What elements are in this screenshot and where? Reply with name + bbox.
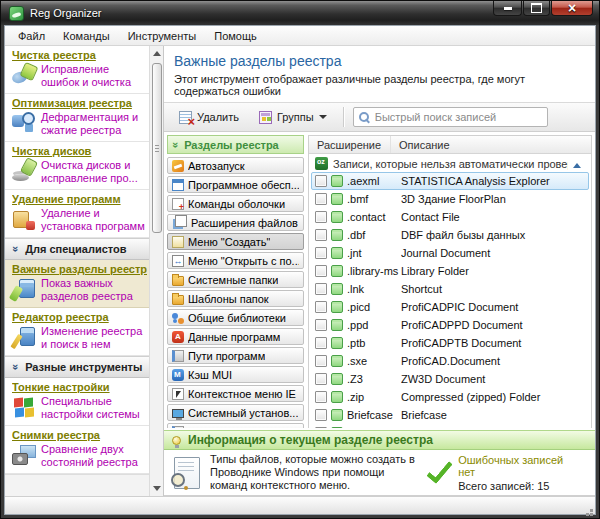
maximize-button[interactable] (523, 1, 550, 16)
menu-commands[interactable]: Команды (54, 28, 119, 44)
section-item-new-menu[interactable]: Меню "Создать" (167, 233, 304, 250)
table-row[interactable]: .aexmlSTATISTICA Analysis Explorer (311, 172, 589, 190)
sidebar-item-title[interactable]: Удаление программ (12, 193, 147, 205)
section-item-system-folders[interactable]: Системные папки (167, 271, 304, 288)
resize-grip[interactable] (590, 509, 593, 512)
sidebar-item-desc[interactable]: Сравнение двух состояний реестра (41, 443, 145, 469)
sidebar-item-disk-cleanup[interactable]: Чистка дисков Очистка дисков и исправлен… (5, 142, 149, 190)
section-item-shell-commands[interactable]: Команды оболочки (167, 195, 304, 212)
dropdown-arrow-icon[interactable] (319, 115, 327, 123)
table-row[interactable]: .ptbProfiCADPTB Document (311, 334, 589, 352)
row-checkbox[interactable] (315, 391, 327, 403)
table-row[interactable]: .contactContact File (311, 208, 589, 226)
section-item-mui-cache[interactable]: Кэш MUI (167, 366, 304, 383)
row-checkbox[interactable] (315, 319, 327, 331)
table-group-row[interactable]: Записи, которые нельзя автоматически про… (311, 155, 589, 172)
sidebar-group-specialists[interactable]: » Для специалистов (5, 238, 149, 260)
section-item-system-installer[interactable]: Системный установ... (167, 404, 304, 421)
table-row[interactable]: .ppdProfiCADPPD Document (311, 316, 589, 334)
sidebar-item-desc[interactable]: Исправление ошибок и очистка (41, 63, 145, 89)
section-item-app-data[interactable]: Данные программ (167, 328, 304, 345)
menu-tools[interactable]: Инструменты (119, 28, 206, 44)
registry-sections-header[interactable]: » Разделы реестра (167, 135, 304, 154)
row-checkbox[interactable] (315, 373, 327, 385)
sidebar-item-desc[interactable]: Показ важных разделов реестра (41, 277, 145, 303)
sidebar-item-title[interactable]: Чистка реестра (12, 49, 147, 61)
sidebar-item-desc[interactable]: Очистка дисков и исправление про... (41, 159, 145, 185)
section-item-autorun[interactable]: Автозапуск (167, 157, 304, 174)
delete-button[interactable]: Удалить (172, 107, 246, 128)
menu-file[interactable]: Файл (9, 28, 54, 44)
close-button[interactable] (551, 1, 593, 16)
disk-cleanup-icon (12, 159, 36, 183)
sidebar-group-misc-tools[interactable]: » Разные инструменты (5, 356, 149, 378)
sidebar-item-registry-editor[interactable]: Редактор реестра Изменение реестра и пои… (5, 308, 149, 356)
minimize-button[interactable] (493, 1, 522, 16)
groups-button[interactable]: Группы (252, 107, 334, 128)
row-checkbox[interactable] (315, 247, 327, 259)
section-item-folder-templates[interactable]: Шаблоны папок (167, 290, 304, 307)
section-item-ie-context-menu[interactable]: Контекстное меню IE (167, 385, 304, 402)
row-checkbox[interactable] (315, 337, 327, 349)
sidebar-item-desc[interactable]: Дефрагментация и сжатие реестра (41, 111, 145, 137)
row-checkbox[interactable] (315, 211, 327, 223)
section-item-app-paths[interactable]: Пути программ (167, 347, 304, 364)
row-checkbox[interactable] (315, 427, 327, 428)
scrollbar-thumb[interactable] (152, 63, 162, 233)
section-item-file-extensions[interactable]: Расширения файлов (167, 214, 304, 231)
collapse-arrow-icon[interactable] (573, 159, 581, 168)
section-item-shared-libraries[interactable]: Общие библиотеки (167, 309, 304, 326)
sidebar-item-title[interactable]: Важные разделы реестра (12, 263, 147, 275)
column-header-description[interactable]: Описание (391, 139, 591, 151)
software-icon (172, 179, 184, 191)
section-item-software[interactable]: Программное обесп... (167, 176, 304, 193)
search-input[interactable] (375, 111, 542, 123)
search-box[interactable] (353, 107, 548, 127)
registry-snapshots-icon (12, 443, 36, 467)
table-row[interactable]: .bmf3D Здание FloorPlan (311, 190, 589, 208)
sidebar-item-uninstall-programs[interactable]: Удаление программ Удаление и установка п… (5, 190, 149, 238)
sidebar-item-registry-cleanup[interactable]: Чистка реестра Исправление ошибок и очис… (5, 46, 149, 94)
row-checkbox[interactable] (315, 355, 327, 367)
table-row[interactable]: .library-msLibrary Folder (311, 262, 589, 280)
table-row[interactable]: .zipCompressed (zipped) Folder (311, 388, 589, 406)
sidebar-item-title[interactable]: Тонкие настройки (12, 381, 147, 393)
row-checkbox[interactable] (315, 265, 327, 277)
sidebar-item-title[interactable]: Оптимизация реестра (12, 97, 147, 109)
sidebar-item-desc[interactable]: Удаление и установка программ (41, 207, 145, 233)
sidebar-item-registry-snapshots[interactable]: Снимки реестра Сравнение двух состояний … (5, 426, 149, 474)
scroll-down-icon[interactable] (153, 486, 161, 491)
row-checkbox[interactable] (315, 193, 327, 205)
row-checkbox[interactable] (315, 409, 327, 421)
row-checkbox[interactable] (315, 301, 327, 313)
sidebar-item-important-sections[interactable]: Важные разделы реестра Показ важных разд… (5, 260, 149, 308)
scroll-up-icon[interactable] (153, 51, 161, 56)
sidebar-item-fine-tuning[interactable]: Тонкие настройки Специальные настройки с… (5, 378, 149, 426)
column-header-extension[interactable]: Расширение (309, 136, 391, 153)
section-item-registered-apps[interactable]: Зарегистрированные... (167, 423, 304, 428)
table-row[interactable]: .lnkShortcut (311, 280, 589, 298)
menu-bar: Файл Команды Инструменты Помощь (5, 26, 595, 46)
sidebar-item-title[interactable]: Чистка дисков (12, 145, 147, 157)
sidebar-item-desc[interactable]: Специальные настройки системы (41, 395, 145, 421)
row-checkbox[interactable] (315, 283, 327, 295)
table-row[interactable]: BriefcaseBriefcase (311, 406, 589, 424)
row-checkbox[interactable] (315, 229, 327, 241)
table-row[interactable]: .sxeProfiCAD.Document (311, 352, 589, 370)
file-type-icon (331, 229, 343, 241)
table-row[interactable]: .dbfDBF файл бызы данных (311, 226, 589, 244)
menu-help[interactable]: Помощь (205, 28, 266, 44)
section-item-open-with[interactable]: Меню "Открыть с по... (167, 252, 304, 269)
title-bar[interactable]: Reg Organizer (1, 1, 599, 25)
sidebar-item-title[interactable]: Снимки реестра (12, 429, 147, 441)
sidebar-scrollbar[interactable] (149, 46, 163, 496)
table-row[interactable]: .jntJournal Document (311, 244, 589, 262)
registry-sections-header-label: Разделы реестра (184, 139, 279, 151)
table-row[interactable]: .picdProfiCADPIC Document (311, 298, 589, 316)
row-checkbox[interactable] (315, 175, 327, 187)
table-row[interactable]: .Z3ZW3D Document (311, 370, 589, 388)
sidebar-item-title[interactable]: Редактор реестра (12, 311, 147, 323)
table-row[interactable]: FolderFolder (311, 424, 589, 428)
sidebar-item-registry-optimize[interactable]: Оптимизация реестра Дефрагментация и сжа… (5, 94, 149, 142)
sidebar-item-desc[interactable]: Изменение реестра и поиск в нем (41, 325, 145, 351)
